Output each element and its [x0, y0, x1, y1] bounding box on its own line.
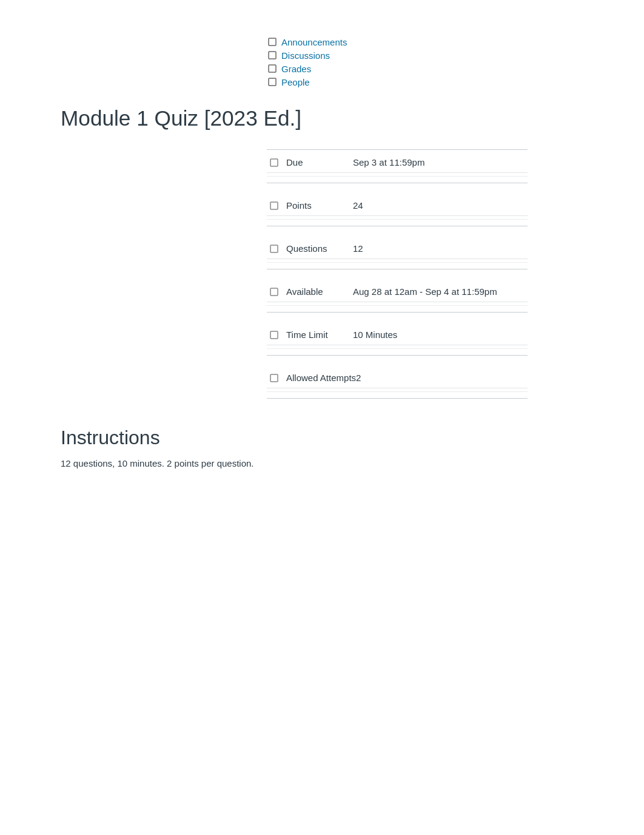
detail-value: 24: [353, 200, 528, 211]
detail-icon: [267, 374, 281, 382]
detail-row-points: Points24: [267, 193, 528, 226]
nav-links: AnnouncementsDiscussionsGradesPeople: [267, 36, 644, 87]
detail-value: Sep 3 at 11:59pm: [353, 157, 528, 167]
detail-label: Available: [286, 286, 353, 297]
separator-line-1: [267, 172, 528, 173]
separator-line-1: [267, 215, 528, 216]
row-spacer: [267, 399, 528, 408]
detail-label: Due: [286, 157, 353, 167]
nav-link-people[interactable]: People: [281, 77, 310, 87]
svg-rect-7: [270, 288, 278, 296]
separator-line-1: [267, 388, 528, 388]
nav-link-grades[interactable]: Grades: [281, 64, 311, 74]
detail-icon: [267, 288, 281, 296]
detail-row-time-limit: Time Limit10 Minutes: [267, 322, 528, 356]
svg-rect-5: [270, 202, 278, 209]
separator-line-2: [267, 219, 528, 220]
svg-rect-3: [269, 78, 276, 86]
separator-line-2: [267, 176, 528, 177]
nav-bullet-icon: [267, 36, 278, 47]
separator-line-1: [267, 302, 528, 302]
detail-label: Time Limit: [286, 330, 353, 340]
nav-bullet-icon: [267, 76, 278, 87]
nav-bullet-icon: [267, 63, 278, 74]
row-spacer: [267, 313, 528, 322]
nav-item-announcements[interactable]: Announcements: [267, 36, 644, 47]
page-title: Module 1 Quiz [2023 Ed.]: [61, 106, 644, 131]
separator-line-2: [267, 391, 528, 392]
detail-label: Allowed Attempts: [286, 373, 356, 383]
detail-value: 2: [356, 373, 528, 383]
details-table: DueSep 3 at 11:59pmPoints24Questions12Av…: [267, 149, 528, 408]
row-spacer: [267, 226, 528, 236]
svg-rect-2: [269, 65, 276, 72]
detail-label: Points: [286, 200, 353, 211]
detail-row-questions: Questions12: [267, 236, 528, 269]
detail-icon: [267, 331, 281, 339]
detail-value: 10 Minutes: [353, 330, 528, 340]
separator-line-2: [267, 348, 528, 349]
svg-rect-8: [270, 331, 278, 339]
row-spacer: [267, 269, 528, 279]
detail-icon: [267, 158, 281, 167]
nav-bullet-icon: [267, 50, 278, 61]
nav-link-announcements[interactable]: Announcements: [281, 37, 347, 47]
row-spacer: [267, 183, 528, 193]
detail-icon: [267, 201, 281, 210]
separator-line-2: [267, 305, 528, 306]
detail-row-due: DueSep 3 at 11:59pm: [267, 150, 528, 183]
detail-label: Questions: [286, 243, 353, 254]
instructions-section: Instructions 12 questions, 10 minutes. 2…: [61, 427, 583, 471]
svg-rect-4: [270, 159, 278, 166]
page-wrapper: AnnouncementsDiscussionsGradesPeople Mod…: [0, 0, 644, 519]
svg-rect-9: [270, 374, 278, 382]
nav-item-grades[interactable]: Grades: [267, 63, 644, 74]
svg-rect-0: [269, 38, 276, 46]
separator-line-1: [267, 345, 528, 345]
svg-rect-6: [270, 245, 278, 252]
detail-row-allowed-attempts: Allowed Attempts2: [267, 365, 528, 399]
nav-item-discussions[interactable]: Discussions: [267, 50, 644, 61]
nav-item-people[interactable]: People: [267, 76, 644, 87]
detail-value: Aug 28 at 12am - Sep 4 at 11:59pm: [353, 286, 528, 297]
svg-rect-1: [269, 52, 276, 59]
instructions-title: Instructions: [61, 427, 583, 449]
instructions-text: 12 questions, 10 minutes. 2 points per q…: [61, 456, 583, 471]
detail-row-available: AvailableAug 28 at 12am - Sep 4 at 11:59…: [267, 279, 528, 313]
separator-line-1: [267, 259, 528, 259]
detail-value: 12: [353, 243, 528, 254]
detail-icon: [267, 245, 281, 253]
row-spacer: [267, 356, 528, 365]
separator-line-2: [267, 262, 528, 263]
nav-link-discussions[interactable]: Discussions: [281, 50, 330, 61]
